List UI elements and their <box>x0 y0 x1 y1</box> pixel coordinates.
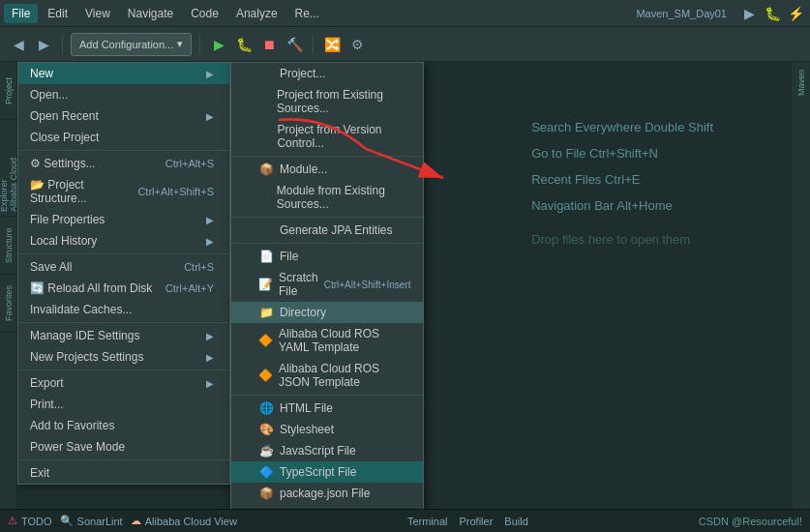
menu-item-local-history[interactable]: Local History ▶ <box>18 230 229 251</box>
menu-refactor[interactable]: Re... <box>287 4 327 23</box>
menu-item-reload[interactable]: 🔄 Reload All from Disk Ctrl+Alt+Y <box>18 278 229 299</box>
status-alibaba[interactable]: ☁ Alibaba Cloud View <box>131 515 237 527</box>
menu-item-new[interactable]: New ▶ <box>18 63 229 84</box>
new-sep-1 <box>231 156 423 157</box>
open-recent-arrow-icon: ▶ <box>206 111 214 122</box>
toolbar-profile-btn[interactable]: ⚡ <box>785 3 806 24</box>
sidebar-alibaba[interactable]: Alibaba Cloud Explorer <box>0 120 16 217</box>
run-btn[interactable]: ▶ <box>208 34 229 55</box>
menu-item-open-recent[interactable]: Open Recent ▶ <box>18 105 229 127</box>
menu-item-close-project[interactable]: Close Project <box>18 127 229 148</box>
new-sep-3 <box>231 243 423 244</box>
menu-item-new-projects[interactable]: New Projects Settings ▶ <box>18 346 229 368</box>
separator-2 <box>18 253 229 254</box>
status-todo[interactable]: ⚠ TODO <box>8 515 52 527</box>
new-item-kotlin-script[interactable]: 🔹 Kotlin Script <box>231 504 423 509</box>
separator-4 <box>18 369 229 370</box>
module-icon: 📦 <box>258 163 274 176</box>
ts-icon: 🔷 <box>258 465 274 479</box>
ros-json-icon: 🔶 <box>258 369 273 382</box>
menu-navigate[interactable]: Navigate <box>120 4 181 23</box>
debug-btn[interactable]: 🐛 <box>233 34 255 55</box>
new-item-ros-json[interactable]: 🔶 Alibaba Cloud ROS JSON Template <box>231 358 423 393</box>
forward-btn[interactable]: ▶ <box>33 34 54 55</box>
new-item-scratch[interactable]: 📝 Scratch File Ctrl+Alt+Shift+Insert <box>231 267 423 302</box>
html-icon: 🌐 <box>258 401 274 415</box>
menu-item-power-save[interactable]: Power Save Mode <box>18 436 229 458</box>
scratch-icon: 📝 <box>258 278 273 291</box>
menu-view[interactable]: View <box>77 4 118 23</box>
menu-item-print[interactable]: Print... <box>18 394 229 415</box>
sidebar-project[interactable]: Project <box>0 62 16 120</box>
toolbar-debug-btn[interactable]: 🐛 <box>762 3 783 24</box>
maven-panel-label[interactable]: Maven <box>795 66 808 100</box>
menu-edit[interactable]: Edit <box>40 4 75 23</box>
status-profiler[interactable]: Profiler <box>459 516 493 527</box>
menu-item-invalidate[interactable]: Invalidate Caches... <box>18 299 229 320</box>
file-props-arrow-icon: ▶ <box>206 215 214 225</box>
status-terminal[interactable]: Terminal <box>407 516 448 527</box>
menu-bar: File Edit View Navigate Code Analyze Re.… <box>0 0 810 27</box>
separator-1 <box>18 150 229 151</box>
kotlin-script-icon: 🔹 <box>258 508 274 509</box>
menu-item-manage-ide[interactable]: Manage IDE Settings ▶ <box>18 325 229 346</box>
build-btn[interactable]: 🔨 <box>284 34 305 55</box>
ros-yaml-icon: 🔶 <box>258 334 273 347</box>
new-sep-4 <box>231 395 423 396</box>
sidebar-structure[interactable]: Structure <box>0 217 16 275</box>
new-item-ros-yaml[interactable]: 🔶 Alibaba Cloud ROS YAML Template <box>231 323 423 358</box>
menu-item-file-properties[interactable]: File Properties ▶ <box>18 209 229 230</box>
menu-item-add-favorites[interactable]: Add to Favorites <box>18 415 229 436</box>
menu-item-open[interactable]: Open... <box>18 84 229 105</box>
menu-item-save-all[interactable]: Save All Ctrl+S <box>18 256 229 278</box>
recent-files-hint: Recent Files Ctrl+E <box>531 172 640 187</box>
menu-item-exit[interactable]: Exit <box>18 462 229 484</box>
new-item-ts[interactable]: 🔷 TypeScript File <box>231 461 423 483</box>
package-json-icon: 📦 <box>258 487 274 500</box>
new-item-project[interactable]: Project... <box>231 63 423 84</box>
status-watermark: CSDN @Resourceful! <box>699 516 802 527</box>
status-sonarlint[interactable]: 🔍 SonarLint <box>60 515 123 527</box>
settings-btn[interactable]: ⚙ <box>346 34 368 55</box>
new-arrow-icon: ▶ <box>206 69 214 79</box>
menu-file[interactable]: File <box>4 4 38 23</box>
menu-item-export[interactable]: Export ▶ <box>18 372 229 394</box>
new-item-stylesheet[interactable]: 🎨 Stylesheet <box>231 419 423 440</box>
menu-item-project-structure[interactable]: 📂 Project Structure... Ctrl+Alt+Shift+S <box>18 174 229 209</box>
navigation-hint: Navigation Bar Alt+Home <box>531 198 673 213</box>
sidebar-favorites[interactable]: Favorites <box>0 275 16 333</box>
stop-btn[interactable]: ⏹ <box>258 34 280 55</box>
new-sep-2 <box>231 217 423 218</box>
css-icon: 🎨 <box>258 423 274 436</box>
new-item-html[interactable]: 🌐 HTML File <box>231 398 423 419</box>
new-item-project-vcs[interactable]: Project from Version Control... <box>231 119 423 154</box>
back-btn[interactable]: ◀ <box>8 34 29 55</box>
local-history-arrow-icon: ▶ <box>206 236 214 247</box>
new-item-jpa[interactable]: Generate JPA Entities <box>231 220 423 241</box>
config-dropdown[interactable]: Add Configuration... ▾ <box>71 33 192 56</box>
new-item-module[interactable]: 📦 Module... <box>231 159 423 180</box>
drop-hint: Drop files here to open them <box>531 232 690 247</box>
vcs-btn[interactable]: 🔀 <box>321 34 343 55</box>
new-item-directory[interactable]: 📁 Directory <box>231 302 423 323</box>
new-item-module-existing[interactable]: Module from Existing Sources... <box>231 180 423 215</box>
new-item-js[interactable]: ☕ JavaScript File <box>231 440 423 461</box>
file-menu: New ▶ Open... Open Recent ▶ Close Projec… <box>17 62 230 485</box>
new-item-file[interactable]: 📄 File <box>231 246 423 267</box>
toolbar: ◀ ▶ Add Configuration... ▾ ▶ 🐛 ⏹ 🔨 🔀 ⚙ <box>0 27 810 62</box>
menu-analyze[interactable]: Analyze <box>228 4 285 23</box>
search-hint: Search Everywhere Double Shift <box>531 120 713 134</box>
menu-item-settings[interactable]: ⚙ Settings... Ctrl+Alt+S <box>18 153 229 174</box>
new-item-package-json[interactable]: 📦 package.json File <box>231 483 423 504</box>
new-projects-arrow-icon: ▶ <box>206 352 214 363</box>
menu-code[interactable]: Code <box>183 4 226 23</box>
status-bar: ⚠ TODO 🔍 SonarLint ☁ Alibaba Cloud View … <box>0 509 810 532</box>
welcome-area: Search Everywhere Double Shift Go to Fil… <box>531 120 713 247</box>
new-item-project-existing[interactable]: Project from Existing Sources... <box>231 84 423 119</box>
toolbar-run-btn[interactable]: ▶ <box>738 3 760 24</box>
status-build[interactable]: Build <box>504 516 527 527</box>
new-submenu: Project... Project from Existing Sources… <box>230 62 424 509</box>
export-arrow-icon: ▶ <box>206 378 214 389</box>
file-icon: 📄 <box>258 250 274 263</box>
goto-file-hint: Go to File Ctrl+Shift+N <box>531 146 658 161</box>
